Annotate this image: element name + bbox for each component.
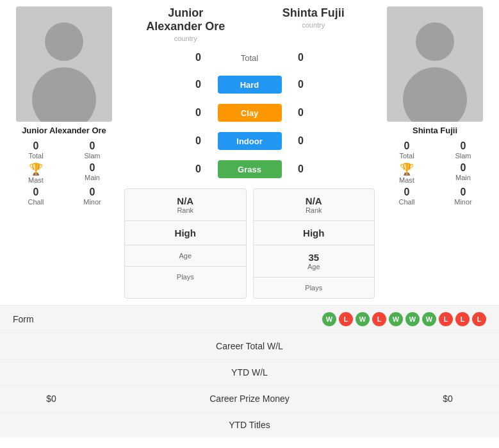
clay-left-score: 0 xyxy=(179,107,218,119)
left-slam-value: 0 xyxy=(90,140,95,152)
indoor-button[interactable]: Indoor xyxy=(218,132,282,150)
left-main-value: 0 xyxy=(90,162,95,174)
form-badge-l: L xyxy=(439,312,453,326)
ytd-titles-label: YTD Titles xyxy=(229,420,270,430)
right-main-label: Main xyxy=(455,174,471,181)
prize-left: $0 xyxy=(13,394,90,404)
right-chall-label: Chall xyxy=(398,198,414,206)
form-row: Form WLWLWWWLLL xyxy=(0,305,499,333)
career-prize-row: $0 Career Prize Money $0 xyxy=(0,385,499,411)
right-slam-label: Slam xyxy=(455,152,471,160)
svg-point-4 xyxy=(416,22,454,61)
info-panels-row: N/A Rank High Age Plays N/A xyxy=(122,188,377,299)
ytd-titles-row: YTD Titles xyxy=(0,411,499,438)
left-minor-cell: 0 Minor xyxy=(69,187,115,206)
left-minor-value: 0 xyxy=(90,187,95,198)
ytd-wl-label: YTD W/L xyxy=(231,367,268,377)
center-section: JuniorAlexander Ore country Shinta Fujii… xyxy=(122,6,377,299)
right-info-panel: N/A Rank High 35 Age Plays xyxy=(253,188,375,299)
left-minor-label: Minor xyxy=(83,198,101,206)
right-age-value: 35 xyxy=(308,252,319,263)
ytd-wl-row: YTD W/L xyxy=(0,359,499,385)
left-rank-row: N/A Rank xyxy=(125,189,246,221)
right-country: country xyxy=(250,21,378,29)
bottom-section: Form WLWLWWWLLL Career Total W/L YTD W/L… xyxy=(0,305,499,438)
right-rank-row: N/A Rank xyxy=(254,189,375,221)
left-country: country xyxy=(122,35,250,42)
right-total-label: Total xyxy=(399,152,414,160)
left-high-row: High xyxy=(125,221,246,245)
left-total-label: Total xyxy=(28,152,43,160)
hard-button[interactable]: Hard xyxy=(218,76,282,94)
form-badge-l: L xyxy=(372,312,386,326)
form-badge-l: L xyxy=(472,312,486,326)
hard-right-score: 0 xyxy=(282,79,320,90)
left-slam-label: Slam xyxy=(84,152,100,160)
right-minor-value: 0 xyxy=(461,187,466,198)
left-total-cell: 0 Total xyxy=(13,140,59,160)
right-slam-cell: 0 Slam xyxy=(440,140,486,160)
right-main-cell: 0 Main xyxy=(440,162,486,184)
left-mast-label: Mast xyxy=(28,176,44,184)
left-chall-label: Chall xyxy=(28,198,44,206)
clay-score-row: 0 Clay 0 xyxy=(179,99,320,127)
form-badge-w: W xyxy=(322,312,336,326)
right-slam-value: 0 xyxy=(461,140,466,152)
form-badge-w: W xyxy=(389,312,403,326)
left-stats-grid: 0 Total 0 Slam 🏆 Mast 0 Main 0 Chall 0 M… xyxy=(6,140,122,206)
form-badge-l: L xyxy=(455,312,470,326)
right-trophy-icon: 🏆 xyxy=(400,162,414,176)
hard-left-score: 0 xyxy=(179,79,218,90)
career-prize-label: Career Prize Money xyxy=(209,394,290,404)
right-player-photo xyxy=(387,6,483,122)
right-stats-grid: 0 Total 0 Slam 🏆 Mast 0 Main 0 Chall 0 M… xyxy=(377,140,493,206)
grass-left-score: 0 xyxy=(179,163,218,175)
right-total-cell: 0 Total xyxy=(384,140,430,160)
left-rank-value: N/A xyxy=(177,195,193,206)
career-total-wl-label: Career Total W/L xyxy=(216,341,283,351)
left-chall-cell: 0 Chall xyxy=(13,187,59,206)
left-main-cell: 0 Main xyxy=(69,162,115,184)
grass-score-row: 0 Grass 0 xyxy=(179,155,320,183)
form-badges: WLWLWWWLLL xyxy=(322,312,486,326)
form-badge-w: W xyxy=(422,312,436,326)
total-label: Total xyxy=(218,53,282,63)
left-center-name: JuniorAlexander Ore xyxy=(122,6,250,33)
total-left-score: 0 xyxy=(179,52,218,63)
right-mast-cell: 🏆 Mast xyxy=(384,162,430,184)
right-rank-label: Rank xyxy=(306,206,322,214)
right-center-name: Shinta Fujii xyxy=(250,6,378,20)
indoor-score-row: 0 Indoor 0 xyxy=(179,127,320,155)
clay-button[interactable]: Clay xyxy=(218,104,282,122)
total-right-score: 0 xyxy=(282,52,320,63)
left-plays-label: Plays xyxy=(177,273,194,281)
form-badge-w: W xyxy=(405,312,420,326)
right-age-row: 35 Age xyxy=(254,245,375,278)
right-player-card: Shinta Fujii 0 Total 0 Slam 🏆 Mast 0 Mai… xyxy=(377,6,493,299)
right-minor-cell: 0 Minor xyxy=(440,187,486,206)
indoor-left-score: 0 xyxy=(179,135,218,147)
right-high-row: High xyxy=(254,221,375,245)
left-player-photo xyxy=(16,6,112,122)
left-trophy-icon: 🏆 xyxy=(29,162,43,176)
left-rank-label: Rank xyxy=(177,206,193,214)
right-plays-row: Plays xyxy=(254,278,375,298)
left-age-label: Age xyxy=(179,252,192,260)
right-minor-label: Minor xyxy=(454,198,472,206)
total-score-row: 0 Total 0 xyxy=(179,46,320,69)
right-mast-label: Mast xyxy=(399,176,414,184)
right-plays-label: Plays xyxy=(305,284,322,292)
career-total-wl-row: Career Total W/L xyxy=(0,333,499,359)
left-plays-row: Plays xyxy=(125,267,246,287)
grass-button[interactable]: Grass xyxy=(218,160,282,178)
right-main-value: 0 xyxy=(461,162,466,174)
form-badge-l: L xyxy=(339,312,353,326)
left-slam-cell: 0 Slam xyxy=(69,140,115,160)
left-age-row: Age xyxy=(125,245,246,267)
left-chall-value: 0 xyxy=(33,187,39,198)
grass-right-score: 0 xyxy=(282,163,320,175)
hard-score-row: 0 Hard 0 xyxy=(179,71,320,99)
right-high-value: High xyxy=(303,228,324,238)
left-main-label: Main xyxy=(85,174,100,181)
left-mast-cell: 🏆 Mast xyxy=(13,162,59,184)
